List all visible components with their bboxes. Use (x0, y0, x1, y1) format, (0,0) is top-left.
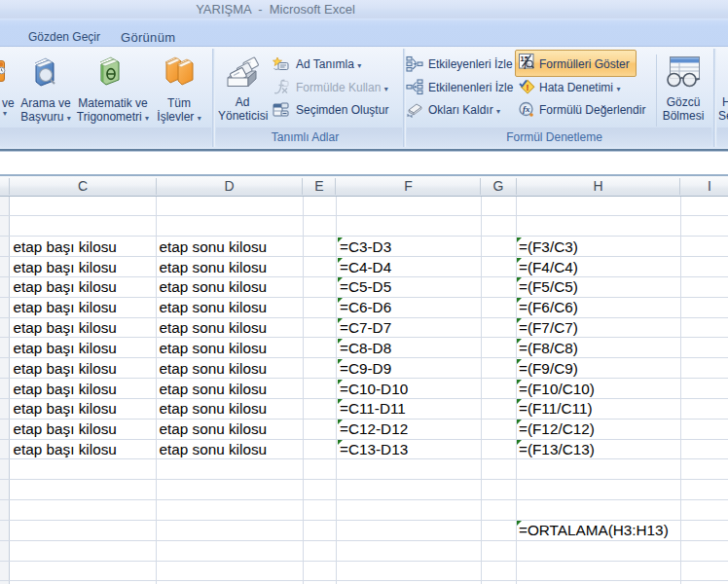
svg-text:fx: fx (523, 104, 530, 114)
svg-text:!: ! (527, 83, 529, 92)
